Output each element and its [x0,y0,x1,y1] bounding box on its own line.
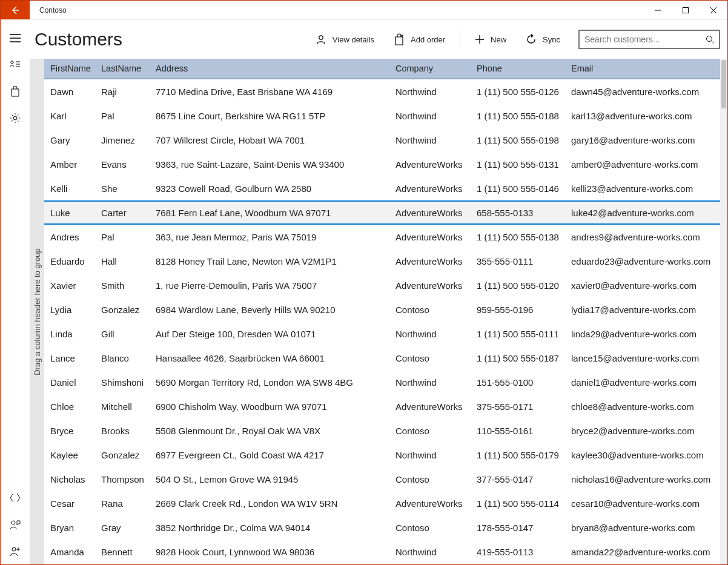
person-add-icon [10,546,21,557]
cell-company: Contoso [393,353,474,363]
nav-orders[interactable] [1,78,30,105]
table-row[interactable]: BryanGray3852 Northridge Dr., Colma WA 9… [44,515,727,540]
cell-company: Northwind [393,135,474,145]
cell-firstname: Cesar [44,498,99,509]
cell-phone: 1 (11) 500 555-0188 [474,111,569,121]
person-icon [316,34,326,45]
hamburger-button[interactable] [1,25,30,51]
column-header-company[interactable]: Company [393,64,474,73]
group-panel-hint: Drag a column header here to group [33,248,42,375]
group-panel[interactable]: Drag a column header here to group [30,59,44,564]
add-order-button[interactable]: Add order [385,27,454,51]
cell-address: 5508 Glenmount Dr., Royal Oak WA V8X [153,426,393,436]
cell-address: 9828 Hook Court, Lynnwood WA 98036 [153,547,393,557]
table-row[interactable]: KayleeGonzalez6977 Evergreen Ct., Gold C… [44,443,727,467]
table-row[interactable]: EduardoHall8128 Honey Trail Lane, Newton… [44,249,727,273]
minimize-button[interactable] [644,1,672,19]
nav-add-user[interactable] [1,538,30,564]
cell-company: Northwind [393,329,474,339]
table-row[interactable]: KarlPal8675 Line Court, Berkshire WA RG1… [44,104,727,128]
cell-address: 9323 Cowell Road, Goulburn WA 2580 [153,183,393,194]
cell-email: bryce2@adventure-works.com [569,426,727,436]
maximize-button[interactable] [672,1,700,19]
table-row[interactable]: BryceBrooks5508 Glenmount Dr., Royal Oak… [44,418,727,443]
nav-feedback[interactable] [1,511,30,538]
table-row[interactable]: XavierSmith1, rue Pierre-Demoulin, Paris… [44,273,727,297]
cell-email: eduardo23@adventure-works.com [569,256,727,266]
table-row[interactable]: LydiaGonzalez6984 Wardlow Lane, Beverly … [44,297,727,322]
cell-lastname: Brooks [99,426,153,436]
cell-phone: 151-555-0100 [474,377,569,388]
back-button[interactable] [1,1,30,19]
column-header-lastname[interactable]: LastName [99,64,153,73]
table-row[interactable]: LindaGillAuf Der Steige 100, Dresden WA … [44,322,727,346]
cell-email: daniel1@adventure-works.com [569,377,727,388]
cell-phone: 110-555-0161 [474,426,569,436]
table-row[interactable]: AndresPal363, rue Jean Mermoz, Paris WA … [44,225,727,249]
cell-company: AdventureWorks [393,498,474,509]
cell-address: 7681 Fern Leaf Lane, Woodburn WA 97071 [153,208,393,218]
table-row[interactable]: NicholasThompson504 O St., Lemon Grove W… [44,467,727,491]
cell-address: Hansaallee 4626, Saarbrücken WA 66001 [153,353,393,363]
cell-address: 1, rue Pierre-Demoulin, Paris WA 75007 [153,280,393,291]
search-input[interactable] [580,35,701,44]
table-row[interactable]: KelliShe9323 Cowell Road, Goulburn WA 25… [44,176,727,200]
cell-lastname: Carter [99,208,153,218]
table-row[interactable]: LukeCarter7681 Fern Leaf Lane, Woodburn … [44,200,727,225]
nav-customers[interactable] [1,51,30,78]
cell-company: Contoso [393,426,474,436]
table-row[interactable]: DanielShimshoni5690 Morgan Territory Rd,… [44,370,727,394]
cell-address: 3852 Northridge Dr., Colma WA 94014 [153,523,393,533]
cell-email: xavier0@adventure-works.com [569,280,727,291]
column-header-phone[interactable]: Phone [474,64,569,73]
sync-label: Sync [543,35,560,44]
view-details-button[interactable]: View details [307,27,383,51]
cell-email: chloe8@adventure-works.com [569,401,727,412]
nav-code[interactable] [1,484,30,511]
table-row[interactable]: AmandaBennett9828 Hook Court, Lynnwood W… [44,540,727,564]
table-row[interactable]: DawnRaji7710 Medina Drive, East Brisbane… [44,79,727,104]
close-button[interactable] [700,1,727,19]
cell-company: Contoso [393,523,474,533]
cell-firstname: Lance [44,353,99,363]
bag-add-icon [394,33,405,45]
svg-point-2 [13,116,17,120]
column-header-firstname[interactable]: FirstName [44,64,99,73]
cell-address: 6977 Evergreen Ct., Gold Coast WA 4217 [153,450,393,460]
hamburger-icon [10,34,21,42]
cell-email: lydia17@adventure-works.com [569,305,727,315]
cell-company: AdventureWorks [393,280,474,291]
scrollbar-thumb[interactable] [721,60,726,108]
cell-email: amber0@adventure-works.com [569,159,727,170]
table-row[interactable]: LanceBlancoHansaallee 4626, Saarbrücken … [44,346,727,370]
cell-lastname: Pal [99,232,153,242]
svg-point-6 [707,36,712,42]
nav-settings[interactable] [1,105,30,131]
vertical-scrollbar[interactable] [720,59,727,564]
cell-address: 9363, rue Saint-Lazare, Saint-Denis WA 9… [153,159,393,170]
braces-icon [10,494,21,502]
cell-lastname: Shimshoni [99,377,153,388]
cell-company: Northwind [393,111,474,121]
cell-phone: 377-555-0147 [474,474,569,484]
table-row[interactable]: ChloeMitchell6900 Chisholm Way, Woodburn… [44,394,727,418]
column-header-email[interactable]: Email [569,64,727,73]
new-button[interactable]: New [466,27,515,51]
cell-firstname: Luke [44,208,99,218]
table-row[interactable]: GaryJimenez707 Willcrest Circle, Hobart … [44,128,727,152]
cell-lastname: Gonzalez [99,305,153,315]
new-label: New [491,35,506,44]
table-row[interactable]: CesarRana2669 Clark Creek Rd., London WA… [44,491,727,515]
cell-address: 7710 Medina Drive, East Brisbane WA 4169 [153,87,393,97]
table-row[interactable]: AmberEvans9363, rue Saint-Lazare, Saint-… [44,152,727,176]
column-header-address[interactable]: Address [153,64,393,73]
cell-company: AdventureWorks [393,256,474,266]
cell-lastname: Gill [99,329,153,339]
cell-firstname: Xavier [44,280,99,291]
cell-firstname: Kelli [44,183,99,194]
page-title: Customers [32,29,122,50]
search-box[interactable] [578,30,720,49]
cell-firstname: Chloe [44,401,99,412]
sync-button[interactable]: Sync [517,27,569,51]
cell-email: kaylee30@adventure-works.com [569,450,727,460]
